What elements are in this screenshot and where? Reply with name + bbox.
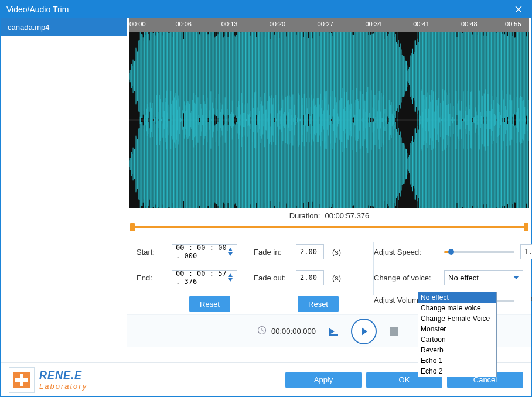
voice-select[interactable]: No effect [444,270,523,285]
fadein-value: 2.00 [300,248,317,256]
reset-time-button[interactable]: Reset [189,296,230,312]
fadein-input[interactable]: 2.00 [296,244,324,259]
brand: RENE.E Laboratory [9,367,281,393]
column-fade: Fade in: 2.00 (s) Fade out: 2.00 (s) [254,242,365,312]
brand-logo-icon [9,367,35,393]
speed-label: Adjust Speed: [374,248,438,256]
playhead-time-value: 00:00:00.000 [271,327,316,336]
voice-option[interactable]: Reverb [418,345,496,355]
fadeout-label: Fade out: [254,273,290,282]
voice-option[interactable]: Monster [418,324,496,334]
trim-handle-start[interactable] [130,223,135,231]
fadeout-unit: (s) [332,273,341,282]
ruler-tick: 00:34 [365,20,381,28]
start-time-input[interactable]: 00 : 00 : 00 . 000 [172,244,237,259]
spinner-icon[interactable] [227,273,233,282]
close-button[interactable] [511,2,526,16]
ruler-tick: 00:48 [461,20,478,28]
file-sidebar: canada.mp4 [1,18,127,362]
voice-option[interactable]: Change Female Voice [418,313,496,324]
speed-input[interactable]: 1.00 [520,244,532,259]
speed-slider[interactable] [444,248,514,256]
file-item-selected[interactable]: canada.mp4 [1,18,127,36]
title-bar: Video/Audio Trim [1,1,531,18]
brand-line1: RENE.E [39,369,87,382]
duration-row: Duration: 00:00:57.376 [127,208,531,223]
end-time-input[interactable]: 00 : 00 : 57 . 376 [172,270,237,285]
trim-range-bar[interactable] [132,223,527,231]
trim-handle-end[interactable] [524,223,528,231]
voice-option[interactable]: Cartoon [418,334,496,345]
app-window: Video/Audio Trim canada.mp4 00:00 00:06 … [0,0,532,397]
window-title: Video/Audio Trim [6,5,69,14]
start-label: Start: [137,248,166,256]
ruler-tick: 00:13 [221,20,238,28]
voice-option[interactable]: Echo 2 [418,366,496,377]
fadein-unit: (s) [332,248,341,256]
end-time-value: 00 : 00 : 57 . 376 [176,269,227,286]
voice-option[interactable]: No effect [418,292,496,303]
brand-line2: Laboratory [39,382,87,391]
voice-option[interactable]: Echo 1 [418,355,496,366]
voice-dropdown-panel[interactable]: No effectChange male voiceChange Female … [418,292,497,377]
stop-button[interactable] [387,324,401,338]
reset-fade-button[interactable]: Reset [298,296,339,312]
ruler-tick: 00:41 [413,20,429,28]
file-item-label: canada.mp4 [8,23,50,32]
time-ruler[interactable]: 00:00 00:06 00:13 00:20 00:27 00:34 00:4… [129,18,529,32]
stop-icon [390,327,398,336]
trim-range-track [132,226,527,228]
end-label: End: [137,273,166,282]
ruler-tick: 00:27 [318,20,334,28]
voice-selected-value: No effect [448,273,479,282]
spinner-icon[interactable] [227,247,233,256]
speed-value: 1.00 [524,248,532,256]
fadein-label: Fade in: [254,248,290,256]
voice-label: Change of voice: [374,273,438,282]
ruler-tick: 00:55 [505,20,521,28]
playhead-time: 00:00:00.000 [257,326,316,337]
seek-button[interactable] [326,324,340,338]
fadeout-value: 2.00 [300,273,317,282]
duration-value: 00:00:57.376 [325,211,369,220]
ruler-tick: 00:06 [175,20,192,28]
ruler-tick: 00:00 [129,20,146,28]
chevron-down-icon [513,276,519,279]
duration-label: Duration: [289,211,320,220]
fadeout-input[interactable]: 2.00 [296,270,324,285]
waveform-display[interactable] [129,32,529,208]
start-time-value: 00 : 00 : 00 . 000 [176,244,227,260]
column-time: Start: 00 : 00 : 00 . 000 End: [137,242,254,312]
play-button[interactable] [351,319,377,344]
clock-icon [257,326,267,337]
brand-text: RENE.E Laboratory [39,369,87,391]
ruler-tick: 00:20 [270,20,286,28]
voice-option[interactable]: Change male voice [418,303,496,313]
apply-button[interactable]: Apply [285,372,362,388]
